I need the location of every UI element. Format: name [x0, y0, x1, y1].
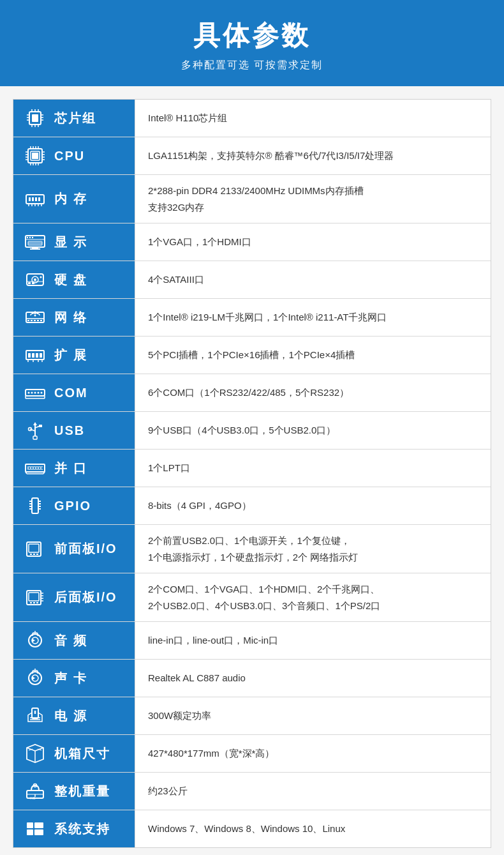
svg-point-46	[29, 237, 31, 238]
label-soundcard: 声 卡	[13, 660, 135, 697]
svg-point-80	[34, 392, 36, 394]
value-com: 6个COM口（1个RS232/422/485，5个RS232）	[135, 374, 491, 411]
svg-rect-62	[27, 320, 29, 321]
row-frontpanel: 前面板I/O 2个前置USB2.0口、1个电源开关，1个复位键， 1个电源指示灯…	[13, 525, 491, 573]
value-power: 300W额定功率	[135, 697, 491, 734]
network-label: 网 络	[54, 309, 87, 326]
svg-rect-152	[34, 829, 43, 835]
row-audio: 音 频 line-in口，line-out口，Mic-in口	[13, 622, 491, 660]
memory-icon	[22, 187, 48, 211]
row-network: 网 络 1个Intel® i219-LM千兆网口，1个Intel® i211-A…	[13, 299, 491, 337]
svg-point-45	[27, 237, 28, 238]
svg-rect-63	[31, 320, 33, 321]
svg-marker-136	[32, 676, 35, 680]
label-rearpanel: 后面板I/O	[13, 573, 135, 621]
row-os: 系统支持 Windows 7、Windows 8、Windows 10、Linu…	[13, 810, 491, 847]
row-chipset: 芯片组 Intel® H110芯片组	[13, 100, 491, 137]
svg-rect-150	[34, 822, 43, 828]
svg-rect-70	[32, 353, 34, 358]
display-label: 显 示	[54, 234, 87, 251]
gpio-icon	[22, 494, 48, 518]
svg-point-81	[38, 392, 40, 394]
row-usb: USB 9个USB口（4个USB3.0口，5个USB2.0口）	[13, 412, 491, 450]
audio-icon	[22, 628, 48, 653]
row-expansion: 扩 展 5个PCI插槽，1个PCIe×16插槽，1个PCIe×4插槽	[13, 337, 491, 374]
parallel-label: 并 口	[54, 460, 87, 477]
value-cpu: LGA1151构架，支持英特尔® 酷睿™6代/7代I3/I5/I7处理器	[135, 137, 491, 174]
svg-point-55	[34, 278, 36, 281]
value-chipset: Intel® H110芯片组	[135, 100, 491, 137]
value-gpio: 8-bits（4 GPI，4GPO）	[135, 487, 491, 524]
svg-rect-35	[32, 197, 34, 201]
svg-marker-87	[33, 422, 37, 425]
row-soundcard: 声 卡 Realtek AL C887 audio	[13, 660, 491, 697]
svg-rect-149	[27, 822, 33, 828]
display-icon	[22, 230, 48, 254]
value-rearpanel: 2个COM口、1个VGA口、1个HDMI口、2个千兆网口、 2个USB2.0口、…	[135, 573, 491, 621]
label-harddisk: 硬 盘	[13, 261, 135, 298]
svg-point-97	[30, 467, 31, 469]
chassis-label: 机箱尺寸	[54, 745, 110, 762]
svg-rect-121	[29, 593, 39, 601]
svg-point-78	[28, 392, 30, 394]
rearpanel-icon	[22, 586, 48, 610]
svg-point-67	[34, 315, 36, 317]
row-memory: 内 存 2*288-pin DDR4 2133/2400MHz UDIMMs内存…	[13, 175, 491, 223]
label-audio: 音 频	[13, 622, 135, 659]
chipset-label: 芯片组	[54, 110, 96, 127]
value-chassis: 427*480*177mm（宽*深*高）	[135, 735, 491, 772]
svg-marker-132	[32, 639, 35, 642]
svg-rect-58	[28, 282, 31, 284]
label-chassis: 机箱尺寸	[13, 735, 135, 772]
page-title: 具体参数	[13, 18, 491, 54]
value-memory: 2*288-pin DDR4 2133/2400MHz UDIMMs内存插槽 支…	[135, 175, 491, 223]
harddisk-label: 硬 盘	[54, 271, 87, 289]
row-chassis: 机箱尺寸 427*480*177mm（宽*深*高）	[13, 735, 491, 773]
frontpanel-label: 前面板I/O	[54, 540, 117, 557]
svg-point-96	[27, 467, 29, 469]
svg-rect-72	[40, 353, 42, 358]
row-power: 电 源 300W额定功率	[13, 697, 491, 735]
usb-icon	[22, 418, 48, 443]
value-expansion: 5个PCI插槽，1个PCIe×16插槽，1个PCIe×4插槽	[135, 337, 491, 374]
svg-rect-89	[39, 425, 42, 427]
label-memory: 内 存	[13, 175, 135, 223]
row-cpu: CPU LGA1151构架，支持英特尔® 酷睿™6代/7代I3/I5/I7处理器	[13, 137, 491, 175]
svg-point-56	[40, 276, 42, 278]
label-usb: USB	[13, 412, 135, 449]
label-com: COM	[13, 374, 135, 411]
label-display: 显 示	[13, 223, 135, 261]
value-usb: 9个USB口（4个USB3.0口，5个USB2.0口）	[135, 412, 491, 449]
svg-rect-151	[27, 829, 33, 835]
value-parallel: 1个LPT口	[135, 450, 491, 487]
row-com: COM 6个COM口（1个RS232/422/485，5个RS232）	[13, 374, 491, 412]
svg-rect-64	[34, 320, 36, 321]
svg-rect-92	[33, 436, 37, 439]
svg-rect-124	[36, 602, 38, 603]
svg-rect-1	[32, 114, 38, 122]
label-os: 系统支持	[13, 810, 135, 847]
value-frontpanel: 2个前置USB2.0口、1个电源开关，1个复位键， 1个电源指示灯，1个硬盘指示…	[135, 525, 491, 573]
svg-point-101	[40, 467, 41, 469]
weight-icon: KG	[22, 779, 48, 803]
label-cpu: CPU	[13, 137, 135, 174]
label-network: 网 络	[13, 299, 135, 336]
weight-label: 整机重量	[54, 783, 110, 800]
gpio-label: GPIO	[54, 499, 91, 513]
os-label: 系统支持	[54, 821, 110, 838]
svg-point-82	[41, 392, 43, 394]
spec-table: 芯片组 Intel® H110芯片组	[13, 99, 491, 848]
svg-rect-50	[28, 241, 42, 245]
svg-rect-69	[28, 353, 31, 358]
row-gpio: GPIO 8-bits（4 GPI，4GPO）	[13, 487, 491, 525]
row-parallel: 并 口 1个LPT口	[13, 450, 491, 487]
svg-rect-59	[32, 282, 34, 284]
svg-rect-71	[36, 353, 38, 358]
com-label: COM	[54, 386, 88, 400]
frontpanel-icon	[22, 537, 48, 561]
com-icon	[22, 381, 48, 405]
svg-rect-119	[36, 554, 38, 555]
row-weight: KG 整机重量 约23公斤	[13, 773, 491, 810]
svg-rect-34	[29, 197, 31, 201]
svg-rect-37	[38, 197, 40, 201]
